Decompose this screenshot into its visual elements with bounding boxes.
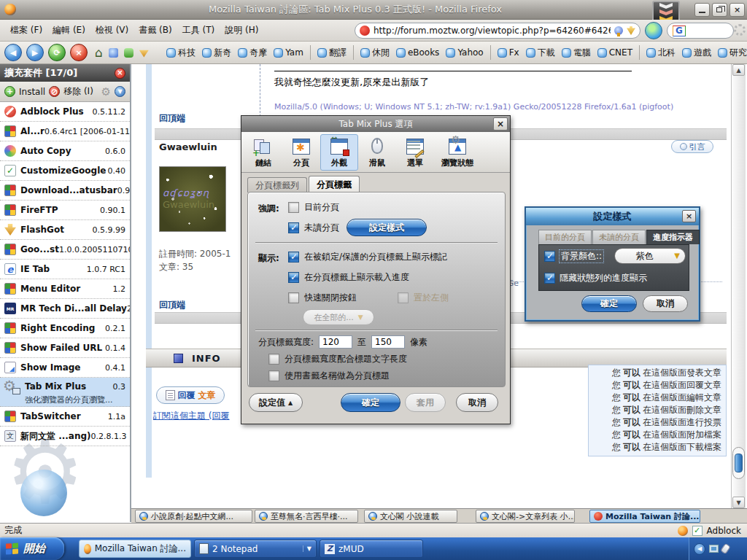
extension-row[interactable]: Al...r0.6.4rc1 [2006-01-11] (0, 122, 130, 141)
extension-row[interactable]: Auto Copy0.6.0 (0, 141, 130, 161)
browser-tab-active[interactable]: Mozilla Taiwan 討論... (589, 510, 700, 523)
install-button[interactable]: Install (19, 87, 45, 97)
flashgot-urlbar-icon[interactable] (627, 26, 635, 35)
stop-button[interactable]: × (70, 44, 88, 61)
bookmark-item[interactable]: 新奇 (202, 47, 231, 59)
bookmark-item[interactable]: Yam (274, 47, 303, 58)
dialog-titlebar[interactable]: Tab Mix Plus 選項 × (241, 116, 510, 132)
style-dialog-titlebar[interactable]: 設定樣式 × (526, 208, 699, 225)
back-button[interactable]: ◀ (4, 44, 22, 61)
remove-icon[interactable]: ⊘ (49, 86, 60, 97)
history-icon[interactable] (109, 48, 118, 58)
search-input[interactable]: G (667, 23, 734, 39)
extension-row[interactable]: Right Encoding0.2.1 (0, 319, 130, 338)
home-button[interactable]: ⌂ (95, 45, 103, 60)
tab-width-max-input[interactable] (371, 335, 405, 349)
extension-row[interactable]: Goo...st1.0.0.2005110710 (0, 240, 130, 260)
bookmark-item[interactable]: 奇摩 (238, 47, 267, 59)
checkbox-hide-statusbar-progress[interactable] (544, 273, 555, 284)
tray-collapse-icon[interactable]: ◀ (694, 543, 705, 555)
start-button[interactable]: 開始 (0, 537, 64, 560)
checkbox-current-tab[interactable] (288, 202, 299, 213)
taskbar-task-notepad-group[interactable]: 2 Notepad ▼ (194, 540, 317, 558)
bookmark-item[interactable]: Yahoo (446, 47, 483, 58)
category-session[interactable]: ⚙▲ 瀏覽狀態 (434, 134, 481, 171)
category-tabs[interactable]: ✱ 分頁 (282, 134, 320, 171)
url-text[interactable]: http://forum.moztw.org/viewtopic.php?p=6… (374, 26, 611, 36)
extension-puzzle-icon[interactable] (124, 48, 133, 58)
sidebar-close-button[interactable]: × (115, 68, 125, 79)
scroll-up-button[interactable]: ▲ (732, 64, 745, 76)
tab-tabbar[interactable]: 分頁標籤列 (247, 177, 307, 192)
adblock-status-label[interactable]: Adblock (707, 526, 741, 536)
category-menu[interactable]: 選單 (396, 134, 434, 171)
browser-tab[interactable]: 文心閣->文章列表 小... (476, 510, 575, 523)
extension-row[interactable]: 文新同文堂 ...ang)0.2.8.1.3 (0, 427, 130, 446)
category-mouse[interactable]: 滑鼠 (358, 134, 396, 171)
bookmark-item[interactable]: 翻譯 (317, 47, 347, 59)
remove-button[interactable]: 移除 (I) (63, 85, 93, 98)
menu-tools[interactable]: 工具 (T) (182, 24, 215, 36)
set-style-button[interactable]: 設定樣式 (347, 219, 427, 236)
network-tray-icon[interactable] (709, 545, 719, 553)
quote-button[interactable]: 引言 (671, 140, 713, 153)
flashgot-toolbar-icon[interactable] (139, 48, 149, 58)
update-icon[interactable]: ▼ (115, 86, 125, 97)
bookmark-item[interactable]: 科技 (166, 47, 196, 59)
taskbar-task-zmud[interactable]: Z zMUD (320, 540, 423, 558)
reload-button[interactable]: ⟳ (48, 44, 66, 61)
menu-edit[interactable]: 編輯 (E) (53, 24, 85, 36)
checkbox-locked-mark[interactable] (288, 252, 299, 262)
scrollbar-thumb[interactable] (732, 447, 745, 479)
menu-view[interactable]: 檢視 (V) (96, 24, 128, 36)
bookmark-item[interactable]: CNET (597, 47, 632, 58)
tab-current-tab[interactable]: 目前的分頁 (538, 230, 592, 244)
bookmark-item[interactable]: 電腦 (562, 47, 591, 59)
bookmark-item[interactable]: 北科 (646, 47, 676, 59)
forward-button[interactable]: ▶ (26, 44, 44, 61)
bookmark-item[interactable]: 下載 (526, 47, 555, 59)
adblock-check-icon[interactable]: ✓ (692, 526, 703, 536)
close-button[interactable]: × (729, 3, 745, 17)
go-button[interactable] (645, 22, 662, 39)
extension-row[interactable]: TabSwitcher1.1a (0, 407, 130, 427)
style-dialog-close-button[interactable]: × (682, 210, 696, 222)
ok-button[interactable]: 確定 (341, 393, 400, 412)
browser-tab[interactable]: 文心閣 小說連載 (364, 510, 457, 523)
extension-row[interactable]: ✓CustomizeGoogle0.40 (0, 161, 130, 181)
style-ok-button[interactable]: 確定 (581, 295, 637, 312)
minimize-button[interactable] (694, 3, 710, 17)
extension-row[interactable]: Show Failed URL0.1.4 (0, 338, 130, 358)
tab-tablabel-active[interactable]: 分頁標籤 (309, 176, 360, 192)
tab-progress-meter-active[interactable]: 進度指示器 (646, 230, 700, 244)
window-titlebar[interactable]: Mozilla Taiwan 討論區: Tab Mix Plus 0.3 正式版… (0, 0, 747, 20)
browser-tab[interactable]: 至尊無名·言西早樓·... (255, 510, 358, 523)
menu-bookmarks[interactable]: 書籤 (B) (139, 24, 171, 36)
settings-menu-button[interactable]: 設定值▲ (249, 393, 303, 412)
group-dropdown-icon[interactable]: ▼ (303, 545, 311, 552)
browser-tab[interactable]: 小說原創·起點中文網... (135, 510, 252, 523)
checkbox-close-button[interactable] (288, 292, 299, 303)
tab-unread-tab[interactable]: 未讀的分頁 (592, 230, 646, 244)
url-bar[interactable]: http://forum.moztw.org/viewtopic.php?p=6… (355, 23, 640, 39)
color-dropdown[interactable]: 紫色 ▼ (614, 248, 686, 264)
checkbox-unread-tab[interactable] (288, 222, 299, 233)
bookmark-ribbon-icon[interactable] (614, 26, 623, 35)
checkbox-load-progress[interactable] (288, 272, 299, 283)
extension-row[interactable]: eIE Tab1.0.7 RC1 (0, 260, 130, 279)
menu-help[interactable]: 說明 (H) (225, 24, 258, 36)
reply-button[interactable]: 回覆文章 (156, 386, 225, 404)
checkbox-use-bookmark-name[interactable] (268, 370, 279, 381)
firefox-status-icon[interactable] (678, 526, 688, 536)
bookmark-item[interactable]: Fx (498, 47, 519, 58)
checkbox-bg-color[interactable] (544, 251, 555, 262)
taskbar-task-firefox[interactable]: Mozilla Taiwan 討論... (79, 540, 191, 558)
preferences-gear-icon[interactable]: ⚙ (101, 85, 111, 98)
dialog-close-button[interactable]: × (493, 117, 508, 131)
cancel-button[interactable]: 取消 (456, 393, 498, 412)
page-scrollbar[interactable]: ▲ ▼ (731, 64, 746, 508)
checkbox-fit-title-width[interactable] (268, 354, 279, 365)
back-to-top-link[interactable]: 回頂端 (159, 299, 185, 311)
menu-file[interactable]: 檔案 (F) (10, 24, 42, 36)
extension-row[interactable]: FireFTP0.90.1 (0, 201, 130, 220)
